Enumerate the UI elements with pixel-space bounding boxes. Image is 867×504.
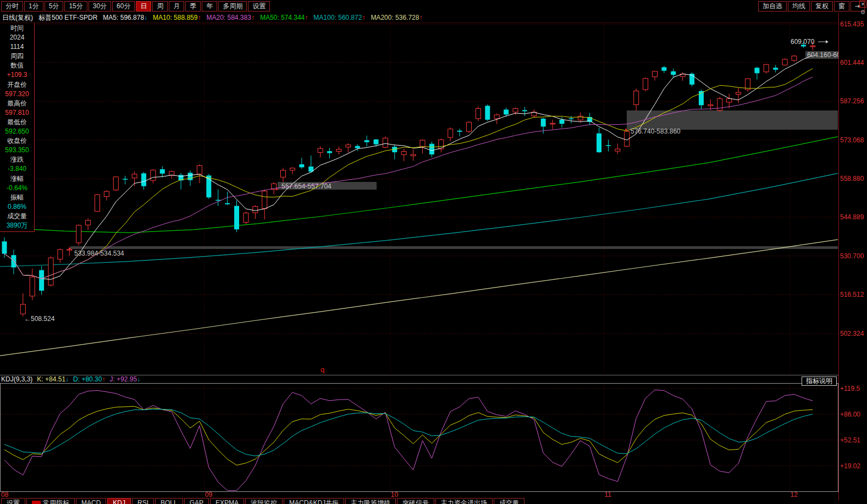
period-button-周[interactable]: 周 (152, 1, 168, 12)
annotation-label: ←508.524 (24, 315, 55, 323)
period-button-5分[interactable]: 5分 (45, 1, 64, 12)
ma-value-segment: MA50: 574.344↑ (260, 14, 308, 21)
period-button-设置[interactable]: 设置 (248, 1, 270, 12)
tab-label: 主力吸筹增持 (351, 499, 390, 504)
trend-arrow-icon: ↑ (197, 14, 201, 21)
ma-values: MA5: 596.878↓MA10: 588.859↑MA20: 584.383… (103, 14, 422, 21)
info-row: 3890万 (1, 221, 34, 230)
kdj-axis-label: +19.02 (840, 462, 867, 470)
info-row: 最低价 (1, 118, 34, 126)
kdj-header-segment: K: +84.51↓ (37, 375, 69, 383)
info-row: 最高价 (1, 99, 34, 108)
info-row: 597.320 (1, 90, 34, 98)
tab-label: GAP (190, 499, 203, 504)
ma-value-segment: MA20: 584.383↑ (206, 14, 254, 21)
hot-badge-icon (32, 501, 41, 504)
info-row: 涨跌 (1, 156, 34, 164)
close-icon[interactable]: × (859, 1, 866, 8)
long-ma-lines (0, 137, 838, 356)
period-buttons: 分时1分5分15分30分60分日周月季年多周期设置 (0, 1, 270, 12)
indicator-help-button[interactable]: 指标说明 (802, 376, 837, 386)
period-button-1分[interactable]: 1分 (24, 1, 43, 12)
kdj-header-segment: KDJ(9,3,3) (1, 375, 32, 383)
period-button-30分[interactable]: 30分 (89, 1, 111, 12)
tab-label: 设置 (7, 499, 20, 504)
indicator-tab-成交量[interactable]: 成交量 (494, 498, 524, 504)
trend-arrow-icon: ↑ (419, 14, 422, 21)
period-button-分时[interactable]: 分时 (1, 1, 23, 12)
main-price-chart[interactable]: 609.070604.160-604576.740-583.860557.654… (0, 23, 838, 375)
info-row: 592.650 (1, 128, 34, 136)
gap-zones (69, 51, 838, 250)
info-row: 1114 (1, 43, 34, 51)
kdj-indicator-chart[interactable] (0, 383, 838, 492)
ohlc-info-panel: 时间20241114周四数值+109.3开盘价597.320最高价597.810… (0, 23, 35, 232)
info-row: 开盘价 (1, 81, 34, 89)
ma-text: MA5: 596.878 (103, 14, 144, 21)
kdj-panel-border (1, 384, 838, 492)
tab-label: 成交量 (499, 499, 519, 504)
indicator-tab-EXPMA[interactable]: EXPMA (210, 498, 244, 504)
info-row: -0.64% (1, 184, 34, 192)
ma-text: MA20: 584.383 (206, 14, 251, 21)
ma-value-segment: MA10: 588.859↑ (153, 14, 201, 21)
info-row: 593.350 (1, 146, 34, 154)
ma-value-segment: MA100: 560.872↑ (313, 14, 365, 21)
info-row: 振幅 (1, 193, 34, 202)
toolbar-button-窗[interactable]: 窗 (834, 1, 849, 12)
info-row: 0.86% (1, 203, 34, 211)
kdj-value-text: KDJ(9,3,3) (1, 375, 32, 383)
info-row: +109.3 (1, 71, 34, 79)
trend-arrow-icon: ↓ (137, 375, 140, 383)
tab-label: 主力资金进出场 (441, 499, 487, 504)
indicator-tab-MACD[interactable]: MACD (76, 498, 106, 504)
kdj-gridlines (1, 384, 838, 491)
indicator-tab-突破信号[interactable]: 突破信号 (397, 498, 434, 504)
price-axis-label: 558.880 (840, 175, 867, 182)
indicator-tab-常用指标[interactable]: 常用指标 (26, 498, 75, 504)
gear-icon[interactable]: ⚙ (859, 9, 866, 16)
indicator-tab-主力资金进出场[interactable]: 主力资金进出场 (435, 498, 493, 504)
toolbar-button-加自选[interactable]: 加自选 (758, 1, 787, 12)
price-axis-label: 530.700 (840, 252, 867, 260)
kdj-header-segment: J: +92.95↓ (109, 375, 140, 383)
toolbar-button-均线[interactable]: 均线 (788, 1, 810, 12)
ma-text: MA10: 588.859 (153, 14, 197, 21)
kdj-value-text: J: +92.95 (109, 375, 137, 383)
price-axis-line (838, 13, 839, 501)
indicator-tab-RSI[interactable]: RSI (132, 498, 154, 504)
period-button-15分[interactable]: 15分 (64, 1, 87, 12)
tab-label: BOLL (161, 499, 178, 504)
kdj-axis-label: +52.51 (840, 436, 867, 444)
period-button-年[interactable]: 年 (202, 1, 217, 12)
annotation-label: 604.160-604 (807, 51, 838, 59)
indicator-tab-设置[interactable]: 设置 (1, 498, 25, 504)
gridlines (0, 23, 838, 375)
q-drawing-marker: q (321, 365, 324, 374)
period-toolbar: 分时1分5分15分30分60分日周月季年多周期设置 加自选均线复权窗⇥ (0, 0, 867, 13)
indicator-tab-GAP[interactable]: GAP (184, 498, 209, 504)
period-button-日[interactable]: 日 (136, 1, 151, 12)
price-axis-label: 601.444 (840, 59, 867, 67)
tab-label: KDJ (113, 499, 125, 504)
period-button-季[interactable]: 季 (185, 1, 201, 12)
indicator-tab-主力吸筹增持[interactable]: 主力吸筹增持 (345, 498, 396, 504)
indicator-tab-MACD&KDJ共振[interactable]: MACD&KDJ共振 (284, 498, 344, 504)
indicator-tab-BOLL[interactable]: BOLL (155, 498, 183, 504)
trend-arrow-icon: ↑ (305, 14, 308, 21)
trend-arrow-icon: ↓ (144, 14, 147, 21)
period-button-多周期[interactable]: 多周期 (218, 1, 247, 12)
indicator-tab-波段监控[interactable]: 波段监控 (245, 498, 283, 504)
period-button-60分[interactable]: 60分 (112, 1, 135, 12)
tab-label: 常用指标 (43, 499, 69, 504)
period-button-月[interactable]: 月 (169, 1, 184, 12)
price-axis-label: 587.256 (840, 97, 867, 105)
info-row: 597.810 (1, 109, 34, 117)
toolbar-button-复权[interactable]: 复权 (811, 1, 833, 12)
tab-label: 波段监控 (251, 499, 277, 504)
trend-arrow-icon: ↑ (362, 14, 365, 21)
price-axis-label: 573.068 (840, 136, 867, 144)
info-row: -3.840 (1, 165, 34, 173)
annotation-label: 609.070 (791, 38, 815, 46)
indicator-tab-KDJ[interactable]: KDJ (107, 498, 131, 504)
